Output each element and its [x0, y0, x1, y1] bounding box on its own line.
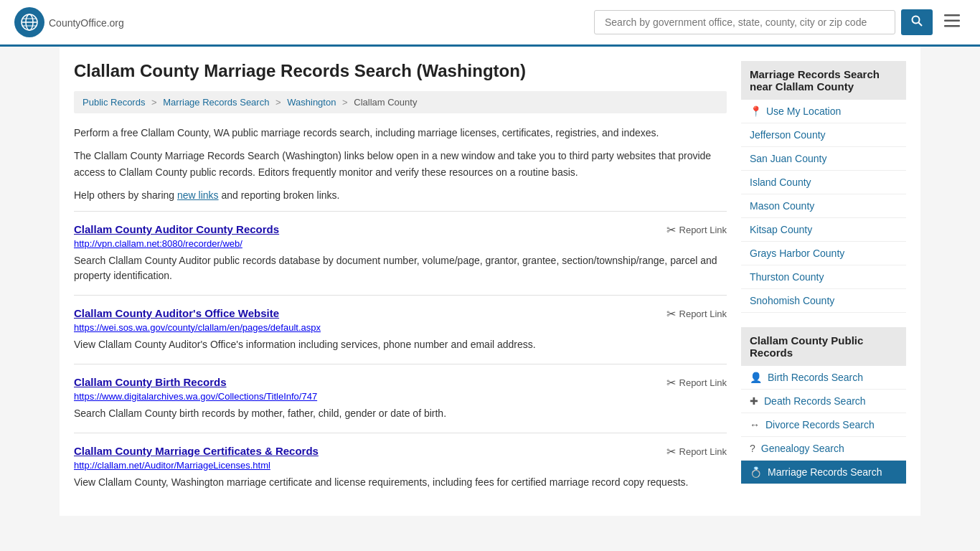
s-icon-3: ? — [750, 443, 755, 454]
intro3-suffix: and reporting broken links. — [219, 189, 340, 201]
svg-rect-9 — [944, 20, 960, 22]
result-desc-1: View Clallam County Auditor's Office's i… — [74, 337, 727, 352]
result-item-0: Clallam County Auditor County Records ✂ … — [74, 211, 727, 295]
intro3-prefix: Help others by sharing — [74, 189, 177, 201]
search-button[interactable] — [901, 9, 933, 35]
result-header-0: Clallam County Auditor County Records ✂ … — [74, 223, 727, 238]
content-area: Clallam County Marriage Records Search (… — [74, 61, 727, 501]
public-record-item-1[interactable]: ✚Death Records Search — [741, 390, 906, 413]
public-records-list: 👤Birth Records Search✚Death Records Sear… — [741, 366, 906, 484]
bc-sep-3: > — [342, 97, 348, 108]
result-title-1[interactable]: Clallam County Auditor's Office Website — [74, 307, 279, 319]
public-record-item-0[interactable]: 👤Birth Records Search — [741, 366, 906, 390]
result-header-2: Clallam County Birth Records ✂ Report Li… — [74, 376, 727, 391]
nearby-section: Marriage Records Search near Clallam Cou… — [741, 61, 906, 313]
breadcrumb: Public Records > Marriage Records Search… — [74, 91, 727, 113]
report-link-0[interactable]: ✂ Report Link — [666, 223, 727, 237]
result-url-2[interactable]: https://www.digitalarchives.wa.gov/Colle… — [74, 391, 727, 402]
search-input[interactable] — [594, 10, 895, 34]
public-record-link-0[interactable]: Birth Records Search — [768, 372, 863, 383]
result-url-link-2[interactable]: https://www.digitalarchives.wa.gov/Colle… — [74, 391, 317, 402]
report-icon-3: ✂ — [666, 445, 676, 458]
svg-rect-8 — [944, 14, 960, 17]
breadcrumb-public-records[interactable]: Public Records — [83, 97, 145, 108]
nearby-county-7[interactable]: Snohomish County — [741, 289, 906, 313]
nearby-county-1[interactable]: San Juan County — [741, 147, 906, 171]
bc-sep-2: > — [275, 97, 281, 108]
intro-paragraph-2: The Clallam County Marriage Records Sear… — [74, 148, 727, 180]
public-records-title: Clallam County Public Records — [741, 327, 906, 366]
result-desc-0: Search Clallam County Auditor public rec… — [74, 253, 727, 283]
nearby-county-0[interactable]: Jefferson County — [741, 123, 906, 147]
nearby-county-link-3[interactable]: Mason County — [750, 200, 814, 212]
nearby-county-link-5[interactable]: Grays Harbor County — [750, 248, 844, 259]
result-title-2[interactable]: Clallam County Birth Records — [74, 376, 227, 388]
result-url-3[interactable]: http://clallam.net/Auditor/MarriageLicen… — [74, 460, 727, 471]
nearby-county-link-7[interactable]: Snohomish County — [750, 295, 834, 306]
report-icon-1: ✂ — [666, 307, 676, 321]
logo-name: CountyOffice — [49, 17, 107, 29]
logo-text: CountyOffice.org — [49, 15, 124, 30]
results-list: Clallam County Auditor County Records ✂ … — [74, 211, 727, 501]
svg-line-7 — [919, 23, 923, 27]
svg-point-6 — [913, 17, 920, 24]
nearby-county-link-2[interactable]: Island County — [750, 176, 811, 188]
public-record-item-3[interactable]: ?Genealogy Search — [741, 437, 906, 461]
nearby-section-title: Marriage Records Search near Clallam Cou… — [741, 61, 906, 100]
public-record-link-1[interactable]: Death Records Search — [764, 395, 866, 407]
report-text-2: Report Link — [679, 377, 727, 388]
breadcrumb-clallam: Clallam County — [354, 97, 417, 108]
public-record-link-3[interactable]: Genealogy Search — [761, 443, 844, 454]
logo-tld: .org — [107, 17, 124, 29]
result-url-0[interactable]: http://vpn.clallam.net:8080/recorder/web… — [74, 238, 727, 249]
logo-area: CountyOffice.org — [14, 7, 124, 37]
report-link-3[interactable]: ✂ Report Link — [666, 445, 727, 458]
nearby-county-link-0[interactable]: Jefferson County — [750, 129, 826, 141]
result-item-3: Clallam County Marriage Certificates & R… — [74, 433, 727, 501]
result-url-link-3[interactable]: http://clallam.net/Auditor/MarriageLicen… — [74, 460, 270, 471]
header: CountyOffice.org — [0, 0, 980, 47]
public-record-link-2[interactable]: Divorce Records Search — [765, 419, 875, 430]
nearby-county-6[interactable]: Thurston County — [741, 265, 906, 289]
result-url-link-0[interactable]: http://vpn.clallam.net:8080/recorder/web… — [74, 238, 242, 249]
main-container: Clallam County Marriage Records Search (… — [60, 47, 920, 516]
breadcrumb-washington[interactable]: Washington — [287, 97, 336, 108]
result-desc-3: View Clallam County, Washington marriage… — [74, 475, 727, 490]
nearby-county-2[interactable]: Island County — [741, 171, 906, 194]
s-icon-1: ✚ — [750, 395, 758, 407]
result-url-link-1[interactable]: https://wei.sos.wa.gov/county/clallam/en… — [74, 322, 321, 333]
nearby-county-5[interactable]: Grays Harbor County — [741, 242, 906, 265]
nearby-county-4[interactable]: Kitsap County — [741, 218, 906, 242]
page-title: Clallam County Marriage Records Search (… — [74, 61, 727, 81]
result-url-1[interactable]: https://wei.sos.wa.gov/county/clallam/en… — [74, 322, 727, 333]
nearby-counties-list: Jefferson CountySan Juan CountyIsland Co… — [741, 123, 906, 313]
report-link-1[interactable]: ✂ Report Link — [666, 307, 727, 321]
public-record-item-2[interactable]: ↔Divorce Records Search — [741, 413, 906, 437]
new-links-link[interactable]: new links — [177, 189, 219, 201]
nearby-county-link-1[interactable]: San Juan County — [750, 153, 826, 164]
nearby-county-link-6[interactable]: Thurston County — [750, 271, 824, 283]
menu-button[interactable] — [938, 10, 966, 34]
report-text-0: Report Link — [679, 225, 727, 235]
result-item-2: Clallam County Birth Records ✂ Report Li… — [74, 364, 727, 433]
logo-icon — [14, 7, 44, 37]
bc-sep-1: > — [151, 97, 157, 108]
public-records-section: Clallam County Public Records 👤Birth Rec… — [741, 327, 906, 484]
nearby-county-3[interactable]: Mason County — [741, 194, 906, 218]
s-icon-0: 👤 — [750, 372, 762, 383]
pin-icon: 📍 — [750, 105, 762, 117]
public-record-item-4[interactable]: 💍Marriage Records Search — [741, 461, 906, 484]
intro-paragraph-1: Perform a free Clallam County, WA public… — [74, 125, 727, 141]
report-link-2[interactable]: ✂ Report Link — [666, 376, 727, 390]
report-text-1: Report Link — [679, 309, 727, 319]
s-icon-4: 💍 — [750, 466, 762, 478]
search-area — [594, 9, 966, 35]
use-my-location-item[interactable]: 📍 Use My Location — [741, 100, 906, 123]
public-record-link-4[interactable]: Marriage Records Search — [768, 466, 882, 478]
use-my-location-link[interactable]: Use My Location — [766, 105, 841, 117]
result-title-3[interactable]: Clallam County Marriage Certificates & R… — [74, 445, 319, 457]
result-title-0[interactable]: Clallam County Auditor County Records — [74, 223, 279, 235]
breadcrumb-marriage-records[interactable]: Marriage Records Search — [163, 97, 269, 108]
report-icon-0: ✂ — [666, 223, 676, 237]
nearby-county-link-4[interactable]: Kitsap County — [750, 224, 812, 235]
